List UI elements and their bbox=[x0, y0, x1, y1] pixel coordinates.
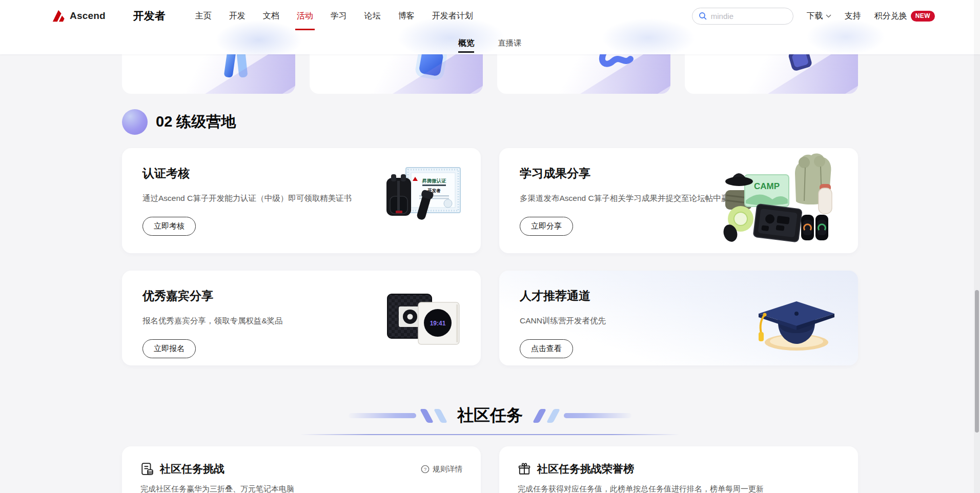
peek-card-2[interactable] bbox=[310, 54, 483, 94]
nav-item-forum[interactable]: 论坛 bbox=[364, 0, 381, 32]
tasks-section-title: 社区任务 bbox=[457, 404, 523, 427]
left-slash-decoration bbox=[420, 409, 434, 423]
tasks-cards-grid: 社区任务挑战 ? 规则详情 完成社区任务赢华为三折叠、万元笔记本电脑 bbox=[122, 446, 858, 493]
top-navigation-bar: Ascend 开发者 主页 开发 文档 活动 学习 论坛 博客 开发者计划 下载 bbox=[0, 0, 980, 32]
main-nav: 主页 开发 文档 活动 学习 论坛 博客 开发者计划 bbox=[195, 0, 473, 32]
nav-item-developer-program[interactable]: 开发者计划 bbox=[432, 0, 473, 32]
search-box[interactable] bbox=[692, 8, 793, 25]
card-guest-share: 优秀嘉宾分享 报名优秀嘉宾分享，领取专属权益&奖品 立即报名 bbox=[122, 271, 481, 365]
exam-now-button[interactable]: 立即考核 bbox=[142, 217, 196, 236]
scrollbar-track[interactable] bbox=[974, 0, 980, 493]
left-decor-bar bbox=[349, 413, 416, 418]
points-exchange-label: 积分兑换 bbox=[874, 11, 907, 22]
nav-item-blog[interactable]: 博客 bbox=[398, 0, 415, 32]
share-now-button[interactable]: 立即分享 bbox=[520, 217, 573, 236]
graduation-cap-illustration bbox=[753, 294, 835, 353]
rules-detail-label: 规则详情 bbox=[433, 464, 462, 474]
camping-gear-illustration: CAMP bbox=[723, 152, 833, 245]
gradient-circle-decoration bbox=[122, 109, 148, 135]
nav-utilities: 下载 支持 积分兑换 NEW bbox=[692, 8, 935, 25]
svg-text:19:41: 19:41 bbox=[430, 320, 446, 327]
svg-text:?: ? bbox=[424, 466, 427, 472]
search-icon bbox=[699, 12, 707, 20]
gift-icon bbox=[518, 462, 531, 476]
blue-3d-curve-icon bbox=[598, 54, 634, 76]
card-learning-share: 学习成果分享 多渠道发布Ascend C算子相关学习成果并提交至论坛帖中赢多重奖… bbox=[499, 148, 858, 253]
task-card-title: 社区任务挑战荣誉榜 bbox=[537, 462, 634, 476]
camp-section-title: 02 练级营地 bbox=[156, 112, 236, 132]
card-honor-leaderboard: 社区任务挑战荣誉榜 完成任务获得对应任务值，此榜单按总任务值进行排名，榜单每周一… bbox=[499, 446, 858, 493]
task-card-description: 完成任务获得对应任务值，此榜单按总任务值进行排名，榜单每周一更新 bbox=[518, 484, 840, 493]
download-menu[interactable]: 下载 bbox=[807, 11, 831, 22]
task-card-title: 社区任务挑战 bbox=[160, 462, 224, 476]
peek-card-4[interactable] bbox=[685, 54, 858, 94]
ascend-logo[interactable]: Ascend bbox=[51, 9, 106, 23]
question-circle-icon: ? bbox=[421, 465, 430, 474]
header: Ascend 开发者 主页 开发 文档 活动 学习 论坛 博客 开发者计划 下载 bbox=[0, 0, 980, 54]
blue-3d-rounded-square-icon bbox=[410, 54, 452, 85]
blue-3d-bars-icon bbox=[222, 54, 255, 83]
card-community-task-challenge: 社区任务挑战 ? 规则详情 完成社区任务赢华为三折叠、万元笔记本电脑 bbox=[122, 446, 481, 493]
camp-section-header: 02 练级营地 bbox=[122, 109, 858, 135]
scrollbar-thumb[interactable] bbox=[975, 290, 979, 433]
chevron-down-icon bbox=[826, 14, 831, 18]
support-label: 支持 bbox=[845, 11, 861, 22]
task-list-coins-icon bbox=[140, 462, 154, 476]
peek-card-1[interactable] bbox=[122, 54, 295, 94]
nav-item-activities[interactable]: 活动 bbox=[297, 0, 313, 32]
tab-overview[interactable]: 概览 bbox=[458, 32, 474, 54]
new-badge: NEW bbox=[911, 11, 935, 22]
signup-now-button[interactable]: 立即报名 bbox=[142, 339, 196, 358]
svg-text:CAMP: CAMP bbox=[754, 181, 780, 191]
points-exchange-link[interactable]: 积分兑换 NEW bbox=[874, 11, 935, 22]
right-decor-bar bbox=[564, 413, 631, 418]
card-certification-exam: 认证考核 通过Ascend C算子开发能力认证（中级）即可领取精美证书 立即考核… bbox=[122, 148, 481, 253]
tab-live-courses[interactable]: 直播课 bbox=[498, 32, 522, 54]
navy-3d-tile-icon bbox=[785, 54, 817, 77]
left-slash-decoration bbox=[434, 409, 447, 423]
rules-detail-link[interactable]: ? 规则详情 bbox=[421, 464, 462, 474]
download-label: 下载 bbox=[807, 11, 823, 22]
scrolled-cards-row bbox=[122, 54, 858, 94]
right-slash-decoration bbox=[546, 409, 560, 423]
nav-item-docs[interactable]: 文档 bbox=[263, 0, 279, 32]
task-card-description: 完成社区任务赢华为三折叠、万元笔记本电脑 bbox=[140, 484, 462, 493]
nav-item-home[interactable]: 主页 bbox=[195, 0, 212, 32]
smart-clocks-illustration: 19:41 bbox=[385, 290, 462, 347]
brand-name: Ascend bbox=[70, 10, 106, 22]
view-now-button[interactable]: 点击查看 bbox=[520, 339, 573, 358]
sub-navigation: 概览 直播课 bbox=[0, 32, 980, 54]
card-talent-referral: 人才推荐通道 CANN训练营开发者优先 点击查看 bbox=[499, 271, 858, 365]
camp-cards-grid: 认证考核 通过Ascend C算子开发能力认证（中级）即可领取精美证书 立即考核… bbox=[122, 148, 858, 365]
ascend-logo-icon bbox=[51, 9, 66, 23]
portal-title[interactable]: 开发者 bbox=[133, 9, 166, 23]
search-input[interactable] bbox=[711, 12, 787, 20]
nav-item-learn[interactable]: 学习 bbox=[331, 0, 347, 32]
right-slash-decoration bbox=[533, 409, 546, 423]
certificate-backpack-illustration: 昇腾微认证 开发者 bbox=[385, 166, 462, 222]
tasks-section-header: 社区任务 bbox=[0, 404, 980, 427]
svg-text:昇腾微认证: 昇腾微认证 bbox=[421, 178, 446, 183]
peek-card-3[interactable] bbox=[497, 54, 670, 94]
page-content: 02 练级营地 认证考核 通过Ascend C算子开发能力认证（中级）即可领取精… bbox=[0, 54, 980, 493]
nav-item-develop[interactable]: 开发 bbox=[229, 0, 246, 32]
support-link[interactable]: 支持 bbox=[845, 11, 861, 22]
tasks-divider-line bbox=[300, 434, 680, 435]
